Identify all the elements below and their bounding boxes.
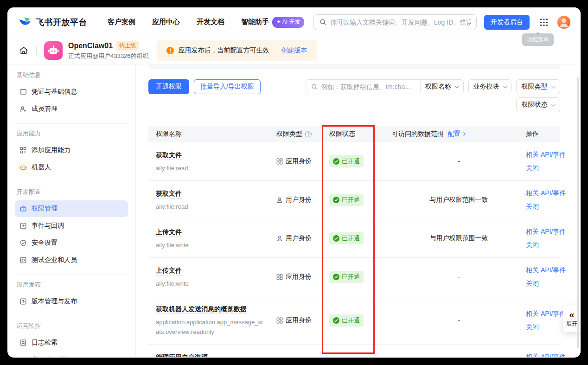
vertical-scrollbar[interactable]: [577, 77, 579, 348]
sidebar: 基础信息 凭证与基础信息 成员管理 应用能力 添加应用能力 机器人 开发配置 权…: [7, 64, 136, 357]
developer-console-button[interactable]: 开发者后台: [484, 15, 530, 30]
sidebar-item-quality[interactable]: 应用质量看板: [15, 352, 128, 357]
close-permission-link[interactable]: 关闭: [526, 240, 566, 250]
related-api-link[interactable]: 相关 API/事件: [526, 227, 566, 237]
sidebar-item-bot[interactable]: 机器人: [15, 159, 128, 176]
filter-permission-status[interactable]: 权限状态: [516, 97, 560, 112]
row-actions: 相关 API/事件 关闭: [526, 227, 566, 250]
configure-scope-link[interactable]: 配置: [447, 130, 465, 138]
app-header: OpenClaw01 待上线 正式应用@用户433326的组织 应用发布后，当前…: [7, 37, 581, 64]
related-api-link[interactable]: 相关 API/事件: [526, 150, 566, 160]
status-text: 已开通: [342, 234, 360, 243]
sidebar-item-security[interactable]: 安全设置: [15, 235, 128, 251]
sidebar-item-permissions[interactable]: 权限管理: [15, 200, 128, 217]
sidebar-section-title: 应用发布: [17, 281, 126, 289]
permission-type: 应用身份: [286, 157, 312, 166]
check-circle-icon: [333, 317, 339, 324]
main-content: 开通权限 批量导入/导出权限 权限名称 业务模块: [136, 64, 581, 357]
permission-name: 获取机器人发送消息的概览数据: [156, 305, 247, 314]
permission-search-group: 权限名称: [306, 79, 464, 94]
permission-code: aily:file:read: [156, 202, 265, 211]
col-action: 操作: [526, 130, 560, 138]
home-icon[interactable]: [19, 45, 29, 56]
sidebar-item-label: 成员管理: [32, 105, 58, 113]
row-actions: 相关 API/事件 关闭: [526, 352, 566, 357]
sidebar-item-label: 测试企业和人员: [32, 256, 77, 264]
status-badge: 已开通: [329, 194, 364, 206]
chevron-down-icon: [551, 83, 556, 88]
app-robot-icon[interactable]: [44, 41, 63, 60]
create-version-link[interactable]: 创建版本: [281, 46, 307, 55]
table-row: 获取文件 aily:file:read 用户身份 已开通 与用户权限范围一致 相…: [148, 181, 560, 219]
nav-ai-assistant[interactable]: 智能助手 ✦ AI 开发: [241, 17, 304, 28]
sidebar-section-items: 凭证与基础信息 成员管理: [15, 83, 128, 117]
nav-app-center[interactable]: 应用中心: [152, 18, 180, 26]
sidebar-item-credentials[interactable]: 凭证与基础信息: [15, 83, 128, 100]
search-icon: [311, 83, 318, 90]
permission-code: aily:file:write: [156, 240, 265, 250]
sidebar-item-label: 添加应用能力: [32, 146, 70, 154]
table-row: 获取机器人发送消息的概览数据 application:application.a…: [148, 296, 560, 345]
open-permission-button[interactable]: 开通权限: [148, 79, 189, 94]
sidebar-item-members[interactable]: 成员管理: [15, 101, 128, 117]
sidebar-section-title: 开发配置: [17, 188, 126, 196]
sidebar-item-add-capability[interactable]: 添加应用能力: [15, 142, 128, 159]
nav-dev-docs[interactable]: 开发文档: [197, 18, 224, 26]
col-permission-type: 权限类型 ?: [276, 130, 329, 138]
sidebar-section-title: 运营监控: [17, 322, 126, 330]
status-text: 已开通: [342, 316, 360, 325]
batch-import-export-button[interactable]: 批量导入/导出权限: [194, 79, 261, 94]
related-api-link[interactable]: 相关 API/事件: [526, 309, 566, 319]
help-icon[interactable]: ?: [305, 131, 312, 137]
related-api-link[interactable]: 相关 API/事件: [526, 188, 566, 198]
app-grid-menu-icon[interactable]: [538, 16, 550, 28]
filter-business-module[interactable]: 业务模块: [468, 79, 511, 94]
sidebar-item-test-org[interactable]: 测试企业和人员: [15, 252, 128, 269]
status-text: 已开通: [342, 196, 360, 204]
permission-name: 获取文件: [156, 190, 182, 199]
nav-customer-cases[interactable]: 客户案例: [108, 18, 135, 26]
global-search-input[interactable]: [330, 19, 471, 26]
permission-name: 上传文件: [156, 228, 182, 237]
toolbar-row2: 权限状态: [148, 97, 560, 112]
permission-name: 管理应用自身资源: [156, 353, 208, 357]
filter-permission-type[interactable]: 权限类型: [516, 79, 560, 94]
add-capability-icon: [19, 147, 27, 154]
related-api-link[interactable]: 相关 API/事件: [526, 265, 566, 275]
brand-logo[interactable]: 飞书开放平台: [19, 16, 87, 29]
global-search[interactable]: [313, 14, 477, 30]
close-permission-link[interactable]: 关闭: [526, 163, 566, 173]
sidebar-section: 基础信息 凭证与基础信息 成员管理: [15, 71, 128, 117]
close-permission-link[interactable]: 关闭: [526, 279, 566, 288]
related-api-link[interactable]: 相关 API/事件: [526, 352, 566, 357]
shield-check-icon: [19, 239, 27, 247]
sidebar-item-events[interactable]: 事件与回调: [15, 218, 128, 234]
sidebar-section-items: 日志检索 应用质量看板: [15, 334, 128, 357]
double-chevron-left-icon: «: [569, 310, 574, 319]
user-avatar[interactable]: [557, 16, 570, 29]
close-permission-link[interactable]: 关闭: [526, 322, 566, 332]
sidebar-item-label: 机器人: [32, 163, 51, 172]
filter-permission-name[interactable]: 权限名称: [420, 80, 463, 94]
permission-search-input[interactable]: [321, 83, 415, 90]
check-circle-icon: [333, 197, 339, 203]
briefcase-icon: [19, 205, 27, 212]
permission-code: application:application.app_message_stat…: [156, 317, 265, 337]
publish-warning-banner: 应用发布后，当前配置方可生效 创建版本: [157, 40, 317, 61]
app-identity-icon: [276, 317, 283, 324]
permission-type: 应用身份: [286, 316, 312, 325]
data-scope: -: [392, 273, 526, 281]
permission-code: aily:file:write: [156, 279, 265, 288]
scrolled-card-edge: [148, 64, 560, 69]
app-window: 飞书开放平台 客户案例 应用中心 开发文档 智能助手 ✦ AI 开发 开发者后台: [7, 7, 581, 358]
close-permission-link[interactable]: 关闭: [526, 202, 566, 211]
sidebar-section-title: 基础信息: [17, 71, 126, 79]
sidebar-item-label: 权限管理: [32, 205, 58, 213]
ai-dev-badge: ✦ AI 开发: [272, 17, 304, 28]
sidebar-item-logs[interactable]: 日志检索: [15, 334, 128, 351]
col-data-scope: 可访问的数据范围 配置: [392, 130, 526, 138]
sidebar-item-versions[interactable]: 版本管理与发布: [15, 293, 128, 310]
app-status-badge: 待上线: [116, 41, 139, 51]
sidebar-section: 应用能力 添加应用能力 机器人: [15, 123, 128, 176]
permission-search[interactable]: [306, 80, 420, 94]
